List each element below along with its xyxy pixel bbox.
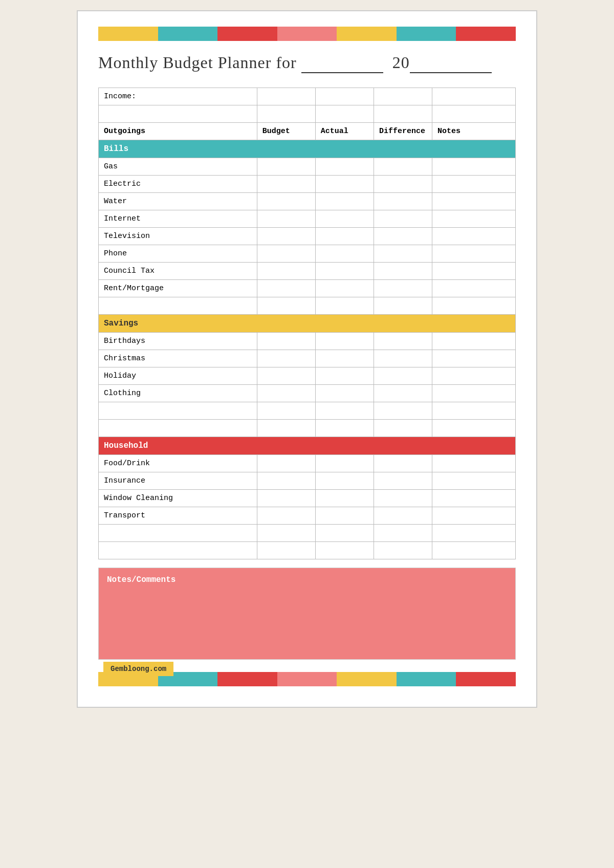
top-color-bar: [98, 27, 516, 41]
item-water: Water: [99, 193, 257, 210]
item-birthdays: Birthdays: [99, 333, 257, 350]
table-row: Rent/Mortgage: [99, 280, 516, 297]
household-label: Household: [99, 437, 516, 455]
bar-seg-6: [397, 27, 456, 41]
empty-row-1: [99, 105, 516, 123]
budget-table: Income: Outgoings Budget Actual Differen…: [98, 88, 516, 559]
table-row: Christmas: [99, 350, 516, 367]
household-section-header: Household: [99, 437, 516, 455]
table-row: Window Cleaning: [99, 490, 516, 507]
table-row: Birthdays: [99, 333, 516, 350]
empty-row-5: [99, 525, 516, 542]
table-row: Clothing: [99, 385, 516, 402]
col-actual: Actual: [315, 123, 374, 140]
income-row: Income:: [99, 88, 516, 105]
bot-bar-seg-5: [337, 672, 397, 686]
table-row: Food/Drink: [99, 455, 516, 472]
item-insurance: Insurance: [99, 472, 257, 490]
bot-bar-seg-6: [397, 672, 456, 686]
bills-section-header: Bills: [99, 140, 516, 158]
income-label: Income:: [99, 88, 257, 105]
item-council-tax: Council Tax: [99, 263, 257, 280]
income-notes: [432, 88, 515, 105]
bar-seg-1: [98, 27, 158, 41]
empty-row-6: [99, 542, 516, 559]
table-row: Transport: [99, 507, 516, 525]
watermark: Gembloong.com: [103, 662, 173, 676]
item-electric: Electric: [99, 176, 257, 193]
table-row: Gas: [99, 158, 516, 176]
table-row: Phone: [99, 245, 516, 263]
notes-title: Notes/Comments: [107, 575, 507, 584]
title-blank-month: [301, 53, 383, 73]
bar-seg-5: [337, 27, 397, 41]
bot-bar-seg-4: [277, 672, 337, 686]
page-container: Monthly Budget Planner for 20 Income:: [77, 10, 537, 708]
item-internet: Internet: [99, 210, 257, 228]
bot-bar-seg-7: [456, 672, 516, 686]
col-budget: Budget: [257, 123, 315, 140]
item-gas: Gas: [99, 158, 257, 176]
table-row: Council Tax: [99, 263, 516, 280]
item-clothing: Clothing: [99, 385, 257, 402]
bar-seg-7: [456, 27, 516, 41]
item-transport: Transport: [99, 507, 257, 525]
income-budget: [257, 88, 315, 105]
col-notes: Notes: [432, 123, 515, 140]
table-row: Television: [99, 228, 516, 245]
income-actual: [315, 88, 374, 105]
table-row: Water: [99, 193, 516, 210]
item-phone: Phone: [99, 245, 257, 263]
title-blank-year: [410, 53, 492, 73]
empty-row-4: [99, 420, 516, 437]
item-window-cleaning: Window Cleaning: [99, 490, 257, 507]
bar-seg-2: [158, 27, 218, 41]
bar-seg-3: [217, 27, 277, 41]
page-title: Monthly Budget Planner for 20: [98, 53, 516, 73]
bills-label: Bills: [99, 140, 516, 158]
column-header-row: Outgoings Budget Actual Difference Notes: [99, 123, 516, 140]
table-row: Holiday: [99, 367, 516, 385]
empty-row-3: [99, 402, 516, 420]
bot-bar-seg-3: [217, 672, 277, 686]
income-diff: [374, 88, 432, 105]
table-row: Electric: [99, 176, 516, 193]
table-row: Insurance: [99, 472, 516, 490]
col-difference: Difference: [374, 123, 432, 140]
item-rent-mortgage: Rent/Mortgage: [99, 280, 257, 297]
savings-section-header: Savings: [99, 315, 516, 333]
item-holiday: Holiday: [99, 367, 257, 385]
table-row: Internet: [99, 210, 516, 228]
savings-label: Savings: [99, 315, 516, 333]
item-television: Television: [99, 228, 257, 245]
col-outgoings: Outgoings: [99, 123, 257, 140]
bar-seg-4: [277, 27, 337, 41]
notes-section: Notes/Comments: [98, 568, 516, 660]
item-food-drink: Food/Drink: [99, 455, 257, 472]
empty-row-2: [99, 297, 516, 315]
item-christmas: Christmas: [99, 350, 257, 367]
